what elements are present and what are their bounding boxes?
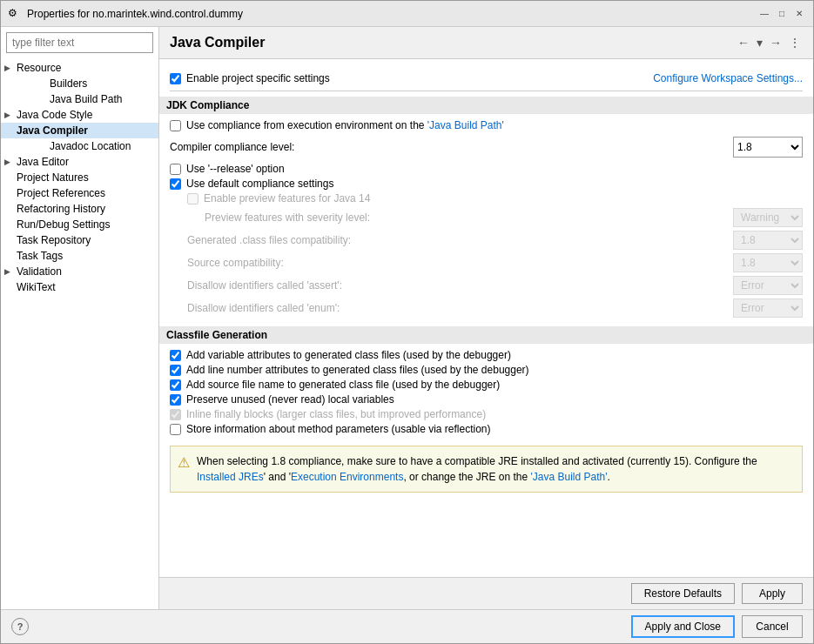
java-build-path-link1[interactable]: 'Java Build Path' [427, 119, 504, 131]
sidebar-item-java-compiler[interactable]: Java Compiler [1, 123, 158, 138]
expand-arrow: ▶ [4, 158, 17, 166]
preview-severity-select[interactable]: WarningErrorInfo [733, 208, 803, 227]
add-source-checkbox[interactable] [170, 379, 181, 391]
add-line-checkbox[interactable] [170, 365, 181, 376]
sidebar-item-label: Java Code Style [17, 109, 92, 121]
sidebar-item-wikitext[interactable]: WikiText [1, 279, 158, 295]
sidebar-item-label: Task Repository [17, 234, 91, 246]
disallow-assert-row: Disallow identifiers called 'assert': Er… [187, 276, 803, 295]
warning-icon: ⚠ [178, 454, 190, 471]
add-source-label[interactable]: Add source file name to generated class … [186, 379, 500, 391]
sidebar-item-label: WikiText [17, 281, 56, 293]
installed-jres-link[interactable]: Installed JREs [197, 471, 264, 483]
compliance-level-row: Compiler compliance level: 1.51.61.71.89… [170, 137, 803, 158]
sidebar-item-label: Project References [17, 187, 105, 199]
use-release-checkbox[interactable] [170, 164, 181, 175]
store-info-checkbox[interactable] [170, 424, 181, 435]
java-build-path-link2[interactable]: 'Java Build Path' [530, 471, 607, 483]
disallow-assert-select[interactable]: ErrorWarningIgnore [733, 276, 803, 295]
apply-button[interactable]: Apply [742, 583, 803, 604]
sidebar-item-label: Java Compiler [17, 124, 88, 137]
use-default-row: Use default compliance settings [170, 178, 803, 190]
use-compliance-label: Use compliance from execution environmen… [186, 119, 504, 131]
use-default-label[interactable]: Use default compliance settings [186, 178, 333, 190]
add-source-row: Add source file name to generated class … [170, 379, 803, 391]
more-button[interactable]: ⋮ [787, 34, 803, 51]
footer-buttons: Apply and Close Cancel [631, 615, 803, 638]
help-button[interactable]: ? [11, 618, 29, 635]
enable-specific-label[interactable]: Enable project specific settings [186, 72, 330, 84]
add-variable-checkbox[interactable] [170, 350, 181, 361]
filter-input[interactable] [6, 32, 153, 53]
sidebar-item-label: Java Build Path [50, 93, 122, 105]
enable-preview-checkbox[interactable] [187, 193, 198, 205]
panel-toolbar: ← ▾ → ⋮ [736, 34, 803, 51]
apply-close-button[interactable]: Apply and Close [631, 615, 735, 638]
use-release-label[interactable]: Use '--release' option [186, 163, 285, 175]
generated-compat-row: Generated .class files compatibility: 1.… [187, 231, 803, 250]
generated-compat-select[interactable]: 1.51.61.71.8 [733, 231, 803, 250]
sidebar-item-java-build-path[interactable]: Java Build Path [18, 91, 158, 107]
sidebar-item-javadoc-location[interactable]: Javadoc Location [18, 138, 158, 154]
sidebar-item-task-tags[interactable]: Task Tags [1, 248, 158, 264]
sidebar-item-label: Refactoring History [17, 203, 105, 215]
sidebar-item-validation[interactable]: ▶ Validation [1, 264, 158, 279]
forward-button[interactable]: → [768, 34, 784, 51]
add-line-label[interactable]: Add line number attributes to generated … [186, 364, 529, 376]
main-content: ▶ Resource Builders Java Build Path ▶ Ja… [1, 27, 813, 609]
disallow-enum-select[interactable]: ErrorWarningIgnore [733, 299, 803, 318]
panel-body: Enable project specific settings Configu… [159, 59, 813, 577]
sidebar-item-run-debug-settings[interactable]: Run/Debug Settings [1, 217, 158, 232]
store-info-label[interactable]: Store information about method parameter… [186, 423, 491, 435]
restore-defaults-button[interactable]: Restore Defaults [631, 583, 735, 604]
enable-specific-row: Enable project specific settings Configu… [170, 66, 803, 91]
sidebar-item-java-editor[interactable]: ▶ Java Editor [1, 154, 158, 170]
preserve-unused-checkbox[interactable] [170, 394, 181, 406]
sidebar-item-refactoring-history[interactable]: Refactoring History [1, 201, 158, 217]
enable-preview-row: Enable preview features for Java 14 [187, 192, 803, 205]
jdk-compliance-section-header: JDK Compliance [159, 97, 813, 114]
add-variable-label[interactable]: Add variable attributes to generated cla… [186, 349, 511, 361]
preview-severity-row: Preview features with severity level: Wa… [205, 208, 803, 227]
compliance-level-select[interactable]: 1.51.61.71.891011121314 [733, 137, 803, 158]
sidebar-item-builders[interactable]: Builders [18, 76, 158, 91]
sidebar-item-label: Project Natures [17, 171, 89, 184]
tree-list: ▶ Resource Builders Java Build Path ▶ Ja… [1, 58, 158, 609]
enable-preview-label: Enable preview features for Java 14 [204, 192, 370, 205]
maximize-button[interactable]: □ [775, 7, 789, 21]
use-default-checkbox[interactable] [170, 178, 181, 190]
disallow-enum-label: Disallow identifiers called 'enum': [187, 302, 733, 314]
sidebar: ▶ Resource Builders Java Build Path ▶ Ja… [1, 27, 159, 609]
sidebar-item-project-natures[interactable]: Project Natures [1, 170, 158, 185]
sidebar-item-resource[interactable]: ▶ Resource [1, 60, 158, 76]
window-controls: — □ ✕ [757, 7, 806, 21]
inline-finally-checkbox[interactable] [170, 409, 181, 420]
panel-title: Java Compiler [170, 35, 265, 50]
sidebar-item-java-code-style[interactable]: ▶ Java Code Style [1, 107, 158, 123]
use-compliance-row: Use compliance from execution environmen… [170, 119, 803, 131]
use-release-row: Use '--release' option [170, 163, 803, 175]
sidebar-item-label: Run/Debug Settings [17, 218, 110, 231]
preserve-unused-row: Preserve unused (never read) local varia… [170, 393, 803, 406]
preserve-unused-label[interactable]: Preserve unused (never read) local varia… [186, 393, 394, 406]
minimize-button[interactable]: — [757, 7, 771, 21]
disallow-assert-label: Disallow identifiers called 'assert': [187, 279, 733, 292]
use-compliance-checkbox[interactable] [170, 120, 181, 131]
source-compat-select[interactable]: 1.51.61.71.8 [733, 253, 803, 272]
dropdown-button[interactable]: ▾ [755, 34, 764, 51]
sidebar-item-label: Javadoc Location [50, 140, 131, 152]
source-compat-row: Source compatibility: 1.51.61.71.8 [187, 253, 803, 272]
execution-environments-link[interactable]: Execution Environments [291, 471, 403, 483]
enable-specific-checkbox[interactable] [170, 73, 181, 84]
inline-finally-label: Inline finally blocks (larger class file… [186, 408, 486, 420]
app-icon: ⚙ [8, 7, 22, 21]
configure-workspace-link[interactable]: Configure Workspace Settings... [653, 72, 803, 84]
add-variable-row: Add variable attributes to generated cla… [170, 349, 803, 361]
sidebar-item-task-repository[interactable]: Task Repository [1, 232, 158, 248]
sidebar-item-label: Task Tags [17, 250, 63, 262]
sidebar-item-project-references[interactable]: Project References [1, 185, 158, 201]
info-box: ⚠ When selecting 1.8 compliance, make su… [170, 446, 803, 493]
close-button[interactable]: ✕ [792, 7, 806, 21]
cancel-button[interactable]: Cancel [742, 615, 803, 638]
back-button[interactable]: ← [736, 34, 751, 51]
